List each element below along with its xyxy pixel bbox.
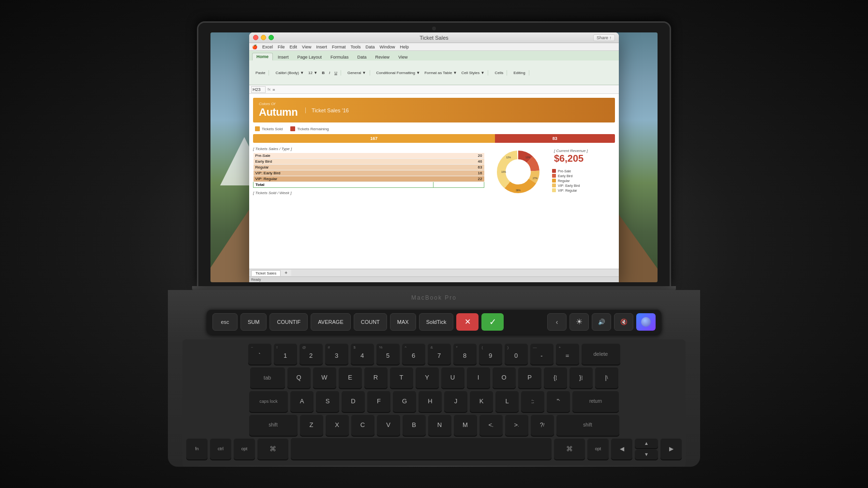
sheet-tab-ticket-sales[interactable]: Ticket Sales [251, 270, 281, 276]
menu-data[interactable]: Data [365, 45, 374, 49]
key-quote[interactable]: "' [547, 391, 570, 412]
key-shift-left[interactable]: shift [249, 414, 298, 436]
underline-button[interactable]: U [333, 70, 339, 76]
key-g[interactable]: G [393, 391, 416, 412]
key-j[interactable]: J [444, 391, 467, 412]
key-delete[interactable]: delete [582, 343, 620, 365]
key-l[interactable]: L [495, 391, 519, 412]
key-2[interactable]: @ 2 [299, 343, 323, 365]
key-z[interactable]: Z [300, 414, 323, 436]
cells-button[interactable]: Cells [493, 70, 505, 76]
paste-button[interactable]: Paste [254, 70, 267, 76]
maximize-button[interactable] [269, 35, 274, 40]
cell-styles[interactable]: Cell Styles ▼ [460, 70, 486, 76]
key-capslock[interactable]: caps lock [249, 391, 288, 412]
menu-excel-app[interactable]: Excel [262, 45, 273, 49]
touch-average-key[interactable]: AVERAGE [311, 313, 350, 331]
share-button[interactable]: Share ↑ [593, 34, 615, 41]
touch-max-key[interactable]: MAX [390, 313, 416, 331]
key-s[interactable]: S [316, 391, 339, 412]
traffic-lights[interactable] [253, 35, 274, 40]
key-u[interactable]: U [441, 367, 464, 388]
touch-mute-key[interactable]: 🔇 [614, 313, 633, 331]
key-minus[interactable]: — - [530, 343, 554, 365]
key-comma[interactable]: <, [479, 414, 503, 436]
cell-reference[interactable]: H23 [251, 86, 266, 93]
key-tab[interactable]: tab [250, 367, 285, 388]
touch-sum-key[interactable]: SUM [240, 313, 267, 331]
key-arrow-right[interactable]: ▶ [660, 438, 682, 459]
italic-button[interactable]: I [328, 70, 331, 76]
key-a[interactable]: A [290, 391, 314, 412]
key-arrow-left[interactable]: ◀ [611, 438, 632, 459]
key-q[interactable]: Q [287, 367, 311, 388]
menu-edit[interactable]: Edit [290, 45, 298, 49]
key-backtick[interactable]: ~ ` [248, 343, 271, 365]
key-y[interactable]: Y [416, 367, 439, 388]
bold-button[interactable]: B [320, 70, 326, 76]
tab-page-layout[interactable]: Page Layout [294, 54, 326, 61]
tab-insert[interactable]: Insert [274, 54, 293, 61]
key-7[interactable]: & 7 [428, 343, 451, 365]
tab-view[interactable]: View [394, 54, 411, 61]
key-o[interactable]: O [493, 367, 516, 388]
key-slash[interactable]: ?/ [531, 414, 554, 436]
key-r[interactable]: R [364, 367, 388, 388]
key-control[interactable]: ctrl [210, 438, 231, 459]
editing-button[interactable]: Editing [512, 70, 526, 76]
key-v[interactable]: V [377, 414, 400, 436]
touch-cancel-key[interactable]: ✕ [456, 313, 479, 331]
key-t[interactable]: T [390, 367, 413, 388]
font-selector[interactable]: Calibri (Body) ▼ [274, 70, 305, 76]
tab-formulas[interactable]: Formulas [327, 54, 353, 61]
touch-brightness-key[interactable]: ☀ [569, 313, 589, 331]
touch-bar[interactable]: esc SUM COUNTIF AVERAGE COUNT MAX SoldTi… [207, 309, 661, 335]
sheet-tab-add[interactable]: + [281, 270, 291, 276]
tab-data[interactable]: Data [354, 54, 371, 61]
key-n[interactable]: N [428, 414, 451, 436]
key-shift-right[interactable]: shift [556, 414, 619, 436]
minimize-button[interactable] [261, 35, 266, 40]
key-bracket-close[interactable]: }] [569, 367, 593, 388]
key-option[interactable]: opt [234, 438, 255, 459]
key-4[interactable]: $ 4 [351, 343, 374, 365]
key-p[interactable]: P [518, 367, 541, 388]
key-backslash[interactable]: |\ [595, 367, 618, 388]
conditional-formatting[interactable]: Conditional Formatting ▼ [375, 70, 422, 76]
key-c[interactable]: C [351, 414, 374, 436]
key-command-right[interactable]: ⌘ [554, 438, 585, 459]
key-w[interactable]: W [313, 367, 336, 388]
key-period[interactable]: >. [505, 414, 528, 436]
key-command-left[interactable]: ⌘ [257, 438, 288, 459]
key-m[interactable]: M [454, 414, 477, 436]
key-b[interactable]: B [403, 414, 426, 436]
key-8[interactable]: * 8 [453, 343, 477, 365]
key-5[interactable]: % 5 [376, 343, 400, 365]
key-3[interactable]: # 3 [325, 343, 348, 365]
menu-help[interactable]: Help [400, 45, 409, 49]
key-e[interactable]: E [339, 367, 362, 388]
key-fn[interactable]: fn [186, 438, 208, 459]
touch-soldtick-key[interactable]: SoldTick [419, 313, 454, 331]
key-arrow-down[interactable]: ▼ [635, 449, 658, 459]
key-9[interactable]: ( 9 [479, 343, 502, 365]
font-size[interactable]: 12 ▼ [307, 70, 319, 76]
touch-chevron-key[interactable]: ‹ [547, 313, 567, 331]
touch-confirm-key[interactable]: ✓ [481, 313, 504, 331]
key-1[interactable]: ! 1 [274, 343, 297, 365]
tab-home[interactable]: Home [252, 53, 273, 61]
format-as-table[interactable]: Format as Table ▼ [423, 70, 458, 76]
key-h[interactable]: H [419, 391, 442, 412]
key-d[interactable]: D [342, 391, 365, 412]
key-option-right[interactable]: opt [587, 438, 609, 459]
key-semicolon[interactable]: :; [521, 391, 544, 412]
menu-insert[interactable]: Insert [316, 45, 327, 49]
tab-review[interactable]: Review [372, 54, 394, 61]
key-x[interactable]: X [326, 414, 349, 436]
key-arrow-up[interactable]: ▲ [635, 438, 658, 448]
menu-excel[interactable]: 🍎 [252, 45, 257, 49]
key-0[interactable]: ) 0 [505, 343, 528, 365]
formula-input[interactable]: = [272, 87, 617, 92]
menu-file[interactable]: File [278, 45, 285, 49]
close-button[interactable] [253, 35, 258, 40]
